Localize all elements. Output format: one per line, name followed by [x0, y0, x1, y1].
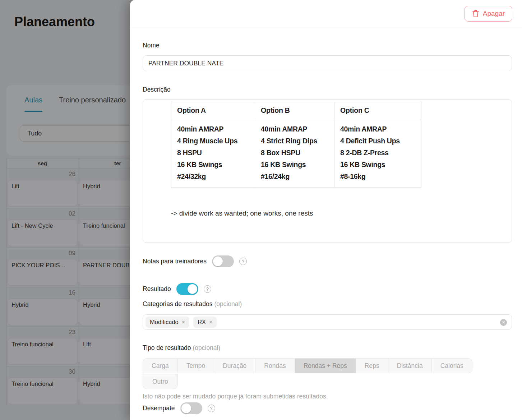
coach-notes-label: Notas para treinadores	[143, 258, 207, 265]
result-type-rondas-reps[interactable]: Rondas + Reps	[295, 358, 356, 373]
workout-line: 16 KB Swings	[340, 159, 415, 171]
coach-notes-toggle[interactable]	[212, 255, 234, 267]
result-type-dist-ncia[interactable]: Distância	[388, 358, 432, 373]
workout-line: #8-16kg	[340, 171, 415, 183]
help-icon[interactable]: ?	[204, 285, 211, 293]
name-label: Nome	[143, 42, 160, 49]
workout-edit-modal: Apagar Nome Descrição Option AOption BOp…	[130, 0, 522, 420]
workout-line: 8 HSPU	[177, 147, 249, 159]
workout-line: 8 Box HSPU	[261, 147, 328, 159]
result-type-outro[interactable]: Outro	[143, 374, 178, 389]
workout-line: 4 Deficit Push Ups	[340, 135, 415, 147]
tag-modificado: Modificado×	[145, 317, 189, 328]
app-screen: Planeamento AulasTreino personalizado Tu…	[0, 0, 522, 420]
toggle-knob	[213, 257, 223, 266]
workout-line: 40min AMRAP	[177, 123, 249, 135]
workout-line: #16/24kg	[261, 171, 328, 183]
table-header-row: Option AOption BOption C	[171, 102, 421, 119]
result-categories-label: Categorias de resultados (opcional)	[143, 300, 242, 308]
help-icon[interactable]: ?	[208, 405, 215, 412]
option-column-1: 40min AMRAP4 Strict Ring Dips8 Box HSPU1…	[255, 119, 334, 188]
modal-header: Apagar	[130, 0, 522, 28]
result-label: Resultado	[143, 285, 171, 293]
delete-button-label: Apagar	[483, 10, 505, 18]
delete-button[interactable]: Apagar	[465, 6, 512, 22]
workout-line: 16 KB Swings	[177, 159, 249, 171]
description-note: -> divide work as wanted; one works, one…	[171, 209, 504, 217]
remove-tag-icon[interactable]: ×	[209, 319, 212, 326]
option-header-option-c: Option C	[334, 102, 421, 119]
result-row: Resultado ?	[143, 283, 211, 295]
tag-label: RX	[198, 319, 206, 326]
tiebreak-row: Desempate ?	[143, 402, 215, 414]
workout-line: 4 Strict Ring Dips	[261, 135, 328, 147]
result-type-button-group: CargaTempoDuraçãoRondasRondas + RepsReps…	[143, 359, 477, 389]
result-categories-input[interactable]: Modificado×RX×✕	[143, 314, 512, 330]
tiebreak-label: Desempate	[143, 405, 175, 412]
coach-notes-row: Notas para treinadores ?	[143, 255, 247, 267]
option-column-2: 40min AMRAP4 Deficit Push Ups8 2-DB Z-Pr…	[334, 119, 421, 188]
result-type-tempo[interactable]: Tempo	[177, 358, 214, 373]
description-options-table: Option AOption BOption C40min AMRAP4 Rin…	[171, 102, 421, 188]
workout-line: 4 Ring Muscle Ups	[177, 135, 249, 147]
option-header-option-a: Option A	[171, 102, 255, 119]
workout-line: 8 2-DB Z-Press	[340, 147, 415, 159]
name-input[interactable]	[143, 55, 512, 71]
result-type-reps[interactable]: Reps	[356, 358, 388, 373]
workout-line: #24/32kg	[177, 171, 249, 183]
result-type-calorias[interactable]: Calorias	[431, 358, 472, 373]
toggle-knob	[181, 403, 191, 413]
workout-line: 40min AMRAP	[340, 123, 415, 135]
tag-label: Modificado	[150, 319, 179, 326]
result-type-locked-note: Isto não pode ser mudado porque já foram…	[143, 393, 328, 400]
option-header-option-b: Option B	[255, 102, 334, 119]
tiebreak-toggle[interactable]	[180, 402, 202, 414]
result-type-rondas[interactable]: Rondas	[255, 358, 295, 373]
workout-line: 16 KB Swings	[261, 159, 328, 171]
clear-tags-icon[interactable]: ✕	[500, 319, 507, 326]
remove-tag-icon[interactable]: ×	[182, 319, 185, 326]
toggle-knob	[188, 284, 197, 294]
optional-hint: (opcional)	[214, 300, 242, 308]
workout-line: 40min AMRAP	[261, 123, 328, 135]
table-body-row: 40min AMRAP4 Ring Muscle Ups8 HSPU16 KB …	[171, 119, 421, 188]
result-type-label: Tipo de resultado (opcional)	[143, 344, 220, 352]
result-type-carga[interactable]: Carga	[143, 358, 178, 373]
trash-icon	[472, 10, 479, 18]
description-label: Descrição	[143, 86, 171, 93]
optional-hint: (opcional)	[193, 344, 220, 351]
tag-rx: RX×	[193, 317, 217, 328]
description-editor[interactable]: Option AOption BOption C40min AMRAP4 Rin…	[143, 99, 512, 243]
help-icon[interactable]: ?	[239, 258, 247, 265]
option-column-0: 40min AMRAP4 Ring Muscle Ups8 HSPU16 KB …	[171, 119, 255, 188]
result-type-dura-o[interactable]: Duração	[214, 358, 255, 373]
result-toggle[interactable]	[176, 283, 198, 295]
